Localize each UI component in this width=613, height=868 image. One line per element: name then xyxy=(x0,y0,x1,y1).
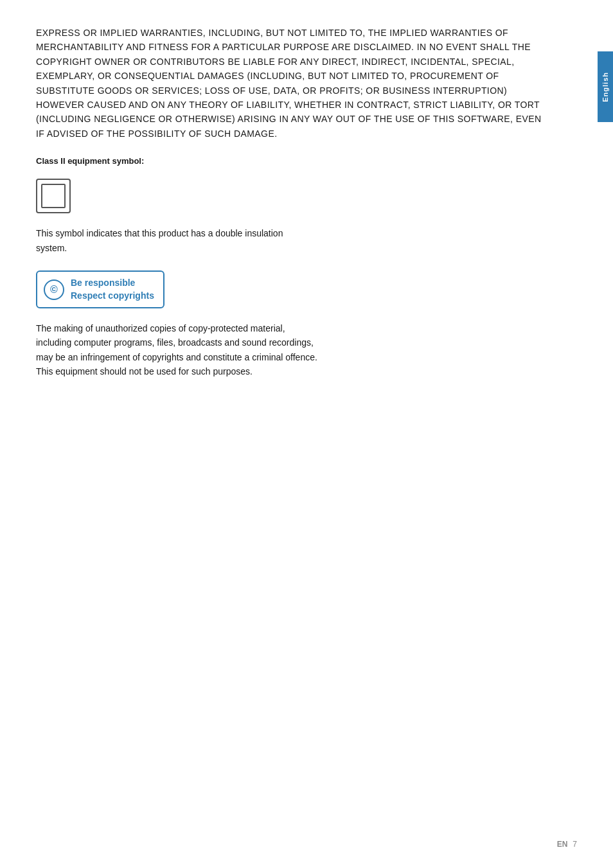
class-ii-inner-square xyxy=(41,184,66,208)
footer-page-number: 7 xyxy=(573,840,577,849)
copyright-line1: Be responsible xyxy=(71,278,135,288)
copyright-line2: Respect copyrights xyxy=(71,290,154,301)
class-ii-symbol-icon xyxy=(36,179,71,213)
copyright-badge: © Be responsible Respect copyrights xyxy=(36,270,164,308)
sidebar-language-label: English xyxy=(601,72,609,102)
sidebar-language-tab: English xyxy=(598,51,613,122)
class-ii-heading: Class II equipment symbol: xyxy=(36,156,542,166)
footer-paragraph: The making of unauthorized copies of cop… xyxy=(36,321,319,379)
footer-language: EN xyxy=(557,840,568,849)
copyright-symbol: © xyxy=(50,285,58,295)
copyright-badge-text: Be responsible Respect copyrights xyxy=(71,277,154,302)
main-content: EXPRESS OR IMPLIED WARRANTIES, INCLUDING… xyxy=(0,0,578,418)
page-container: English EXPRESS OR IMPLIED WARRANTIES, I… xyxy=(0,0,613,868)
warranty-text: EXPRESS OR IMPLIED WARRANTIES, INCLUDING… xyxy=(36,26,542,141)
symbol-description: This symbol indicates that this product … xyxy=(36,226,306,255)
page-footer: EN 7 xyxy=(557,840,577,849)
copyright-icon: © xyxy=(44,279,64,300)
